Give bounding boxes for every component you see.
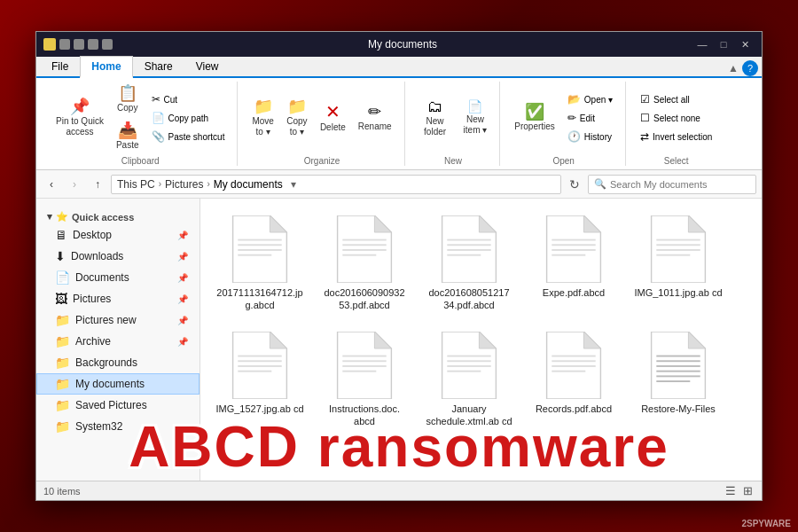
svg-marker-7 <box>374 215 391 232</box>
sidebar-item-saved-pictures[interactable]: 📁 Saved Pictures <box>36 395 200 416</box>
invert-selection-button[interactable]: ⇄ Invert selection <box>635 128 717 145</box>
forward-button[interactable]: › <box>65 175 84 194</box>
desktop-icon: 🖥 <box>55 228 67 242</box>
address-path[interactable]: This PC › Pictures › My documents ▾ <box>111 175 561 194</box>
tab-share[interactable]: Share <box>133 56 184 76</box>
svg-marker-37 <box>374 332 391 348</box>
refresh-button[interactable]: ↻ <box>565 175 584 194</box>
sidebar-header-quick-access[interactable]: ▾ ⭐ Quick access <box>36 209 200 224</box>
svg-rect-28 <box>656 249 700 251</box>
pin-icon: 📌 <box>70 98 90 114</box>
list-item[interactable]: January schedule.xtml.ab cd <box>420 325 518 434</box>
open-button[interactable]: 📂 Open ▾ <box>562 90 618 108</box>
ribbon-group-clipboard: 📌 Pin to Quickaccess 📋 Copy 📥 Paste <box>43 82 238 166</box>
sidebar-item-desktop[interactable]: 🖥 Desktop 📌 <box>36 224 200 246</box>
paste-button[interactable]: 📥 Paste <box>111 119 145 154</box>
organize-label: Organize <box>304 154 340 166</box>
list-item[interactable]: doc201606090932 53.pdf.abcd <box>316 209 413 318</box>
file-icon-7 <box>336 332 393 399</box>
list-item[interactable]: Records.pdf.abcd <box>525 325 622 434</box>
rename-button[interactable]: ✏ Rename <box>353 100 397 136</box>
titlebar: My documents — □ ✕ <box>36 32 762 57</box>
pin-indicator: 📌 <box>177 231 188 240</box>
file-name-5: IMG_1011.jpg.ab cd <box>634 286 722 299</box>
file-icon-5 <box>650 215 707 283</box>
ribbon-group-select: ☑ Select all ☐ Select none ⇄ Invert sele… <box>628 82 724 166</box>
sidebar-item-backgrounds[interactable]: 📁 Backgrounds <box>36 352 200 373</box>
svg-marker-31 <box>270 332 286 348</box>
svg-rect-14 <box>447 239 490 241</box>
svg-rect-4 <box>238 249 281 251</box>
maximize-button[interactable]: □ <box>714 36 733 52</box>
cut-button[interactable]: ✂ Cut <box>146 90 231 108</box>
list-item[interactable]: IMG_1011.jpg.ab cd <box>630 209 727 318</box>
sidebar-item-pictures[interactable]: 🖼 Pictures 📌 <box>36 288 200 309</box>
svg-rect-52 <box>552 365 595 367</box>
copy-path-icon: 📄 <box>152 112 165 124</box>
paste-shortcut-icon: 📎 <box>152 130 165 143</box>
tab-view[interactable]: View <box>184 56 231 76</box>
sidebar-item-pictures-new[interactable]: 📁 Pictures new 📌 <box>36 309 200 331</box>
search-input[interactable] <box>610 179 750 190</box>
archive-icon: 📁 <box>55 334 70 348</box>
pin-indicator: 📌 <box>177 273 188 283</box>
back-button[interactable]: ‹ <box>42 175 61 194</box>
tab-file[interactable]: File <box>40 56 80 76</box>
file-icon-3 <box>441 215 497 283</box>
file-name-10: Restore-My-Files <box>641 403 716 415</box>
clipboard-buttons: 📌 Pin to Quickaccess 📋 Copy 📥 Paste <box>51 82 230 154</box>
new-item-button[interactable]: 📄 Newitem ▾ <box>458 97 493 139</box>
select-none-button[interactable]: ☐ Select none <box>635 109 717 127</box>
svg-rect-3 <box>238 244 281 246</box>
search-box[interactable]: 🔍 <box>588 175 756 194</box>
sidebar-item-system32[interactable]: 📁 System32 <box>36 416 200 437</box>
edit-icon: ✏ <box>567 112 576 124</box>
file-icon-8 <box>441 332 497 399</box>
up-button[interactable]: ↑ <box>88 175 107 194</box>
paste-icon: 📥 <box>118 122 137 138</box>
file-icon-6 <box>231 332 288 399</box>
move-to-button[interactable]: 📁 Moveto ▾ <box>246 95 278 141</box>
sidebar: ▾ ⭐ Quick access 🖥 Desktop 📌 ⬇ Downloads… <box>36 199 200 481</box>
address-dropdown[interactable]: ▾ <box>286 178 301 191</box>
list-item[interactable]: Expe.pdf.abcd <box>525 209 622 318</box>
close-button[interactable]: ✕ <box>735 36 755 52</box>
file-icon-10 <box>650 332 707 399</box>
copy-path-button[interactable]: 📄 Copy path <box>146 109 231 127</box>
grid-view-button[interactable]: ⊞ <box>741 484 755 497</box>
file-icon-1 <box>231 215 288 283</box>
help-button[interactable]: ? <box>742 60 758 76</box>
statusbar: 10 items ☰ ⊞ <box>36 481 762 500</box>
history-button[interactable]: 🕐 History <box>562 128 618 145</box>
pin-quick-access-button[interactable]: 📌 Pin to Quickaccess <box>51 95 109 141</box>
svg-rect-47 <box>447 370 481 372</box>
properties-button[interactable]: ✅ Properties <box>509 100 560 136</box>
svg-rect-22 <box>552 249 595 251</box>
svg-rect-57 <box>656 360 700 362</box>
edit-button[interactable]: ✏ Edit <box>562 109 618 127</box>
list-item[interactable]: Instructions.doc. abcd <box>316 325 413 434</box>
copy-button[interactable]: 📋 Copy <box>111 82 145 117</box>
tab-home[interactable]: Home <box>80 56 132 78</box>
sidebar-item-my-documents[interactable]: 📁 My documents <box>36 373 200 395</box>
delete-button[interactable]: ✕ Delete <box>315 99 351 137</box>
my-docs-icon: 📁 <box>55 377 70 391</box>
minimize-button[interactable]: — <box>692 36 712 52</box>
list-item[interactable]: IMG_1527.jpg.ab cd <box>211 325 309 434</box>
new-buttons: 🗂 Newfolder 📄 Newitem ▾ <box>414 82 493 154</box>
sidebar-item-archive[interactable]: 📁 Archive 📌 <box>36 331 200 352</box>
list-view-button[interactable]: ☰ <box>724 484 738 497</box>
sidebar-item-documents[interactable]: 📄 Documents 📌 <box>36 267 200 288</box>
file-name-1: 20171113164712.jpg.abcd <box>215 286 304 312</box>
list-item[interactable]: 20171113164712.jpg.abcd <box>211 209 309 318</box>
list-item[interactable]: Restore-My-Files <box>630 325 727 434</box>
paste-shortcut-button[interactable]: 📎 Paste shortcut <box>146 128 231 145</box>
sidebar-item-downloads[interactable]: ⬇ Downloads 📌 <box>36 246 200 267</box>
select-none-icon: ☐ <box>640 112 650 124</box>
copy-to-button[interactable]: 📁 Copyto ▾ <box>281 95 313 141</box>
open-small-group: 📂 Open ▾ ✏ Edit 🕐 History <box>562 90 618 145</box>
select-all-button[interactable]: ☑ Select all <box>635 90 717 108</box>
list-item[interactable]: doc201608051217 34.pdf.abcd <box>420 209 518 318</box>
svg-rect-21 <box>552 244 595 246</box>
new-folder-button[interactable]: 🗂 Newfolder <box>414 95 457 141</box>
